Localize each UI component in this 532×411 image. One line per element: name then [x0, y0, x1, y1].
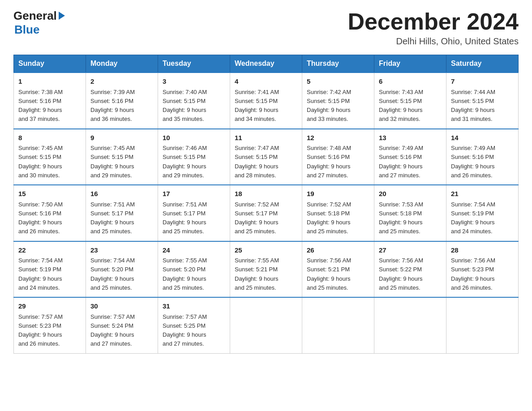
calendar-cell: 18 Sunrise: 7:52 AMSunset: 5:17 PMDaylig…: [230, 185, 302, 241]
calendar-cell: 6 Sunrise: 7:43 AMSunset: 5:15 PMDayligh…: [374, 73, 446, 129]
logo-blue-text: Blue: [14, 23, 39, 37]
day-number: 23: [90, 245, 153, 256]
day-info: Sunrise: 7:45 AMSunset: 5:15 PMDaylight:…: [90, 145, 135, 179]
calendar-cell: 1 Sunrise: 7:38 AMSunset: 5:16 PMDayligh…: [14, 73, 86, 129]
calendar-cell: 13 Sunrise: 7:49 AMSunset: 5:16 PMDaylig…: [374, 129, 446, 185]
day-number: 30: [90, 301, 153, 312]
day-number: 19: [307, 189, 369, 199]
day-info: Sunrise: 7:51 AMSunset: 5:17 PMDaylight:…: [90, 201, 135, 235]
day-number: 17: [163, 189, 225, 199]
header-monday: Monday: [86, 55, 158, 73]
calendar-header-row: SundayMondayTuesdayWednesdayThursdayFrid…: [14, 55, 519, 73]
calendar-cell: 17 Sunrise: 7:51 AMSunset: 5:17 PMDaylig…: [158, 185, 230, 241]
day-info: Sunrise: 7:54 AMSunset: 5:19 PMDaylight:…: [451, 201, 495, 235]
calendar-week-3: 15 Sunrise: 7:50 AMSunset: 5:16 PMDaylig…: [14, 185, 519, 241]
calendar-cell: 25 Sunrise: 7:55 AMSunset: 5:21 PMDaylig…: [230, 241, 302, 298]
calendar-cell: 8 Sunrise: 7:45 AMSunset: 5:15 PMDayligh…: [14, 129, 86, 185]
day-info: Sunrise: 7:52 AMSunset: 5:17 PMDaylight:…: [235, 201, 279, 235]
calendar-cell: 11 Sunrise: 7:47 AMSunset: 5:15 PMDaylig…: [230, 129, 302, 185]
header-friday: Friday: [374, 55, 446, 73]
day-info: Sunrise: 7:44 AMSunset: 5:15 PMDaylight:…: [451, 89, 495, 123]
calendar-cell: [302, 297, 374, 353]
day-info: Sunrise: 7:54 AMSunset: 5:20 PMDaylight:…: [90, 257, 135, 291]
day-number: 5: [307, 77, 369, 87]
header-sunday: Sunday: [14, 55, 86, 73]
month-title: December 2024: [348, 9, 519, 34]
calendar-cell: 31 Sunrise: 7:57 AMSunset: 5:25 PMDaylig…: [158, 297, 230, 353]
day-number: 2: [90, 77, 153, 87]
calendar-cell: 26 Sunrise: 7:56 AMSunset: 5:21 PMDaylig…: [302, 241, 374, 298]
day-info: Sunrise: 7:41 AMSunset: 5:15 PMDaylight:…: [235, 89, 279, 123]
logo-general-text: General: [13, 9, 57, 23]
calendar-week-4: 22 Sunrise: 7:54 AMSunset: 5:19 PMDaylig…: [14, 241, 519, 298]
day-info: Sunrise: 7:56 AMSunset: 5:22 PMDaylight:…: [379, 257, 423, 291]
calendar-cell: 16 Sunrise: 7:51 AMSunset: 5:17 PMDaylig…: [86, 185, 158, 241]
day-number: 26: [307, 245, 369, 256]
day-number: 31: [163, 301, 225, 312]
header-saturday: Saturday: [446, 55, 519, 73]
day-number: 27: [379, 245, 442, 256]
day-number: 21: [451, 189, 514, 199]
day-info: Sunrise: 7:54 AMSunset: 5:19 PMDaylight:…: [18, 257, 63, 291]
calendar-cell: 29 Sunrise: 7:57 AMSunset: 5:23 PMDaylig…: [14, 297, 86, 353]
day-number: 15: [18, 189, 81, 199]
day-info: Sunrise: 7:51 AMSunset: 5:17 PMDaylight:…: [163, 201, 207, 235]
calendar-cell: 7 Sunrise: 7:44 AMSunset: 5:15 PMDayligh…: [446, 73, 519, 129]
day-info: Sunrise: 7:57 AMSunset: 5:25 PMDaylight:…: [163, 313, 207, 347]
calendar-cell: [230, 297, 302, 353]
day-number: 6: [379, 77, 442, 87]
calendar-cell: 10 Sunrise: 7:46 AMSunset: 5:15 PMDaylig…: [158, 129, 230, 185]
day-info: Sunrise: 7:45 AMSunset: 5:15 PMDaylight:…: [18, 145, 63, 179]
day-number: 11: [235, 133, 297, 143]
day-number: 25: [235, 245, 297, 256]
calendar-cell: 9 Sunrise: 7:45 AMSunset: 5:15 PMDayligh…: [86, 129, 158, 185]
calendar-cell: [374, 297, 446, 353]
day-number: 24: [163, 245, 225, 256]
calendar-cell: 20 Sunrise: 7:53 AMSunset: 5:18 PMDaylig…: [374, 185, 446, 241]
day-info: Sunrise: 7:43 AMSunset: 5:15 PMDaylight:…: [379, 89, 423, 123]
calendar-cell: 30 Sunrise: 7:57 AMSunset: 5:24 PMDaylig…: [86, 297, 158, 353]
calendar-table: SundayMondayTuesdayWednesdayThursdayFrid…: [13, 55, 519, 354]
calendar-cell: 21 Sunrise: 7:54 AMSunset: 5:19 PMDaylig…: [446, 185, 519, 241]
logo-arrow-icon: [59, 12, 65, 20]
day-info: Sunrise: 7:55 AMSunset: 5:20 PMDaylight:…: [163, 257, 207, 291]
calendar-cell: 24 Sunrise: 7:55 AMSunset: 5:20 PMDaylig…: [158, 241, 230, 298]
calendar-cell: [446, 297, 519, 353]
calendar-week-1: 1 Sunrise: 7:38 AMSunset: 5:16 PMDayligh…: [14, 73, 519, 129]
calendar-week-2: 8 Sunrise: 7:45 AMSunset: 5:15 PMDayligh…: [14, 129, 519, 185]
day-info: Sunrise: 7:52 AMSunset: 5:18 PMDaylight:…: [307, 201, 351, 235]
calendar-cell: 12 Sunrise: 7:48 AMSunset: 5:16 PMDaylig…: [302, 129, 374, 185]
day-number: 12: [307, 133, 369, 143]
day-info: Sunrise: 7:38 AMSunset: 5:16 PMDaylight:…: [18, 89, 63, 123]
day-info: Sunrise: 7:55 AMSunset: 5:21 PMDaylight:…: [235, 257, 279, 291]
location-text: Delhi Hills, Ohio, United States: [348, 36, 519, 47]
day-info: Sunrise: 7:49 AMSunset: 5:16 PMDaylight:…: [451, 145, 495, 179]
day-info: Sunrise: 7:56 AMSunset: 5:21 PMDaylight:…: [307, 257, 351, 291]
logo: General Blue: [13, 9, 65, 37]
header-wednesday: Wednesday: [230, 55, 302, 73]
day-info: Sunrise: 7:40 AMSunset: 5:15 PMDaylight:…: [163, 89, 207, 123]
header-tuesday: Tuesday: [158, 55, 230, 73]
calendar-cell: 19 Sunrise: 7:52 AMSunset: 5:18 PMDaylig…: [302, 185, 374, 241]
day-number: 9: [90, 133, 153, 143]
title-block: December 2024 Delhi Hills, Ohio, United …: [348, 9, 519, 47]
day-number: 14: [451, 133, 514, 143]
day-info: Sunrise: 7:42 AMSunset: 5:15 PMDaylight:…: [307, 89, 351, 123]
calendar-cell: 23 Sunrise: 7:54 AMSunset: 5:20 PMDaylig…: [86, 241, 158, 298]
day-info: Sunrise: 7:57 AMSunset: 5:24 PMDaylight:…: [90, 313, 135, 347]
day-number: 1: [18, 77, 81, 87]
day-number: 13: [379, 133, 442, 143]
page-header: General Blue December 2024 Delhi Hills, …: [13, 9, 519, 47]
day-number: 28: [451, 245, 514, 256]
day-number: 20: [379, 189, 442, 199]
day-info: Sunrise: 7:49 AMSunset: 5:16 PMDaylight:…: [379, 145, 423, 179]
day-number: 7: [451, 77, 514, 87]
calendar-cell: 4 Sunrise: 7:41 AMSunset: 5:15 PMDayligh…: [230, 73, 302, 129]
day-number: 4: [235, 77, 297, 87]
day-number: 18: [235, 189, 297, 199]
calendar-cell: 15 Sunrise: 7:50 AMSunset: 5:16 PMDaylig…: [14, 185, 86, 241]
day-info: Sunrise: 7:48 AMSunset: 5:16 PMDaylight:…: [307, 145, 351, 179]
calendar-cell: 22 Sunrise: 7:54 AMSunset: 5:19 PMDaylig…: [14, 241, 86, 298]
calendar-cell: 2 Sunrise: 7:39 AMSunset: 5:16 PMDayligh…: [86, 73, 158, 129]
calendar-cell: 3 Sunrise: 7:40 AMSunset: 5:15 PMDayligh…: [158, 73, 230, 129]
